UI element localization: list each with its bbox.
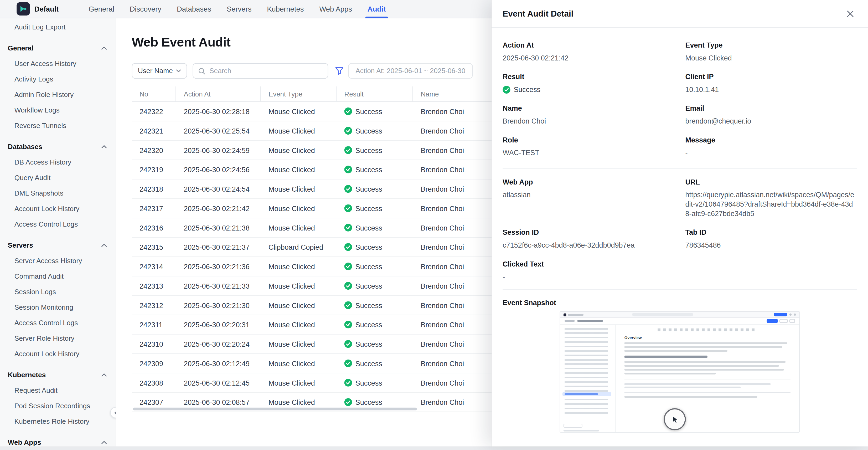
table-row[interactable]: 242317 2025-06-30 02:21:42 Mouse Clicked…: [132, 199, 519, 218]
table-row[interactable]: 242314 2025-06-30 02:21:36 Mouse Clicked…: [132, 257, 519, 276]
page-bottom-strip: [0, 446, 868, 450]
cell-event-type: Mouse Clicked: [260, 335, 337, 354]
sidebar-entry[interactable]: Databases: [0, 139, 116, 155]
chevron-down-icon: [176, 69, 181, 72]
sidebar-entry[interactable]: Kubernetes Role History: [0, 414, 116, 429]
querypie-logo-icon[interactable]: [17, 2, 30, 16]
table-column-header[interactable]: Result: [337, 87, 413, 102]
sidebar-entry[interactable]: User Access History: [0, 56, 116, 71]
cell-event-type: Mouse Clicked: [260, 354, 337, 373]
horizontal-scrollbar-thumb[interactable]: [133, 408, 417, 411]
cell-no: 242320: [132, 141, 176, 159]
nav-item-general[interactable]: General: [81, 0, 122, 18]
snapshot-search-bar: [632, 313, 693, 317]
sidebar-entry[interactable]: Request Audit: [0, 383, 116, 398]
sidebar-entry[interactable]: Command Audit: [0, 269, 116, 284]
success-icon: [344, 282, 352, 290]
sidebar-entry[interactable]: Session Logs: [0, 284, 116, 300]
table-row[interactable]: 242320 2025-06-30 02:24:59 Mouse Clicked…: [132, 141, 519, 160]
sidebar-entry[interactable]: Servers: [0, 238, 116, 253]
success-icon: [344, 321, 352, 328]
sidebar-entry[interactable]: DML Snapshots: [0, 186, 116, 201]
cell-event-type: Mouse Clicked: [260, 276, 337, 295]
cell-event-type: Mouse Clicked: [260, 102, 337, 121]
cell-action-at: 2025-06-30 02:24:56: [176, 160, 260, 179]
table-row[interactable]: 242315 2025-06-30 02:21:37 Clipboard Cop…: [132, 238, 519, 257]
table-row[interactable]: 242312 2025-06-30 02:21:30 Mouse Clicked…: [132, 296, 519, 315]
cell-event-type: Mouse Clicked: [260, 141, 337, 159]
event-snapshot-label: Event Snapshot: [502, 299, 857, 307]
table-column-header[interactable]: Event Type: [260, 87, 337, 102]
cell-no: 242311: [132, 315, 176, 334]
cell-result: Success: [337, 121, 413, 140]
search-input[interactable]: [209, 67, 323, 74]
sidebar-entry[interactable]: Server Role History: [0, 331, 116, 346]
cell-result: Success: [337, 315, 413, 334]
sidebar-entry[interactable]: Query Audit: [0, 170, 116, 186]
nav-item-audit[interactable]: Audit: [360, 0, 394, 18]
table-row[interactable]: 242311 2025-06-30 02:20:31 Mouse Clicked…: [132, 315, 519, 335]
table-row[interactable]: 242318 2025-06-30 02:24:54 Mouse Clicked…: [132, 180, 519, 199]
sidebar-entry[interactable]: Web Apps: [0, 435, 116, 446]
cell-action-at: 2025-06-30 02:21:42: [176, 199, 260, 218]
success-icon: [344, 108, 352, 115]
sidebar-entry[interactable]: Access Control Logs: [0, 217, 116, 232]
sidebar-entry[interactable]: Account Lock History: [0, 346, 116, 362]
success-icon: [344, 185, 352, 193]
sidebar-entry[interactable]: Admin Role History: [0, 87, 116, 102]
sidebar-entry[interactable]: DB Access History: [0, 155, 116, 170]
chevron-up-icon: [101, 441, 107, 444]
search-box: [193, 63, 329, 79]
table-row[interactable]: 242319 2025-06-30 02:24:56 Mouse Clicked…: [132, 160, 519, 180]
cell-event-type: Mouse Clicked: [260, 257, 337, 276]
sidebar-entry[interactable]: Reverse Tunnels: [0, 118, 116, 133]
table-row[interactable]: 242316 2025-06-30 02:21:38 Mouse Clicked…: [132, 218, 519, 238]
workspace-name[interactable]: Default: [34, 5, 59, 13]
cell-result: Success: [337, 180, 413, 199]
cell-no: 242321: [132, 121, 176, 140]
sidebar-entry[interactable]: Account Lock History: [0, 201, 116, 217]
action-at-date-filter[interactable]: Action At: 2025-06-01 ~ 2025-06-30: [348, 63, 473, 79]
success-icon: [344, 166, 352, 173]
event-snapshot-image[interactable]: Overview: [560, 311, 800, 432]
table-column-header[interactable]: Action At: [176, 87, 260, 102]
table-row[interactable]: 242308 2025-06-30 02:12:45 Mouse Clicked…: [132, 373, 519, 393]
success-icon: [344, 398, 352, 406]
cell-no: 242319: [132, 160, 176, 179]
user-name-filter-dropdown[interactable]: User Name: [132, 63, 187, 79]
field-action-at: Action At 2025-06-30 02:21:42: [502, 41, 685, 63]
sidebar-entry[interactable]: Pod Session Recordings: [0, 398, 116, 414]
nav-item-kubernetes[interactable]: Kubernetes: [259, 0, 312, 18]
table-row[interactable]: 242309 2025-06-30 02:12:49 Mouse Clicked…: [132, 354, 519, 373]
table-row[interactable]: 242322 2025-06-30 02:28:18 Mouse Clicked…: [132, 102, 519, 121]
cell-no: 242312: [132, 296, 176, 314]
sidebar-entry[interactable]: Audit Log Export: [0, 20, 116, 35]
cell-action-at: 2025-06-30 02:25:54: [176, 121, 260, 140]
success-icon: [344, 263, 352, 270]
filter-funnel-icon[interactable]: [335, 66, 344, 76]
table-row[interactable]: 242321 2025-06-30 02:25:54 Mouse Clicked…: [132, 121, 519, 141]
nav-item-databases[interactable]: Databases: [169, 0, 219, 18]
table-row[interactable]: 242310 2025-06-30 02:20:24 Mouse Clicked…: [132, 335, 519, 354]
cell-event-type: Mouse Clicked: [260, 180, 337, 199]
nav-item-servers[interactable]: Servers: [219, 0, 259, 18]
sidebar-entry[interactable]: General: [0, 40, 116, 56]
cell-no: 242314: [132, 257, 176, 276]
close-icon[interactable]: [843, 7, 857, 20]
cell-result: Success: [337, 373, 413, 392]
cell-action-at: 2025-06-30 02:21:30: [176, 296, 260, 314]
field-session-id: Session ID c7152f6c-a9cc-4bd8-a06e-32ddb…: [502, 228, 685, 250]
table-row[interactable]: 242313 2025-06-30 02:21:33 Mouse Clicked…: [132, 276, 519, 296]
sidebar-entry[interactable]: Kubernetes: [0, 367, 116, 383]
sidebar-entry[interactable]: Activity Logs: [0, 71, 116, 87]
table-column-header[interactable]: No: [132, 87, 176, 102]
sidebar-entry[interactable]: Access Control Logs: [0, 315, 116, 331]
nav-item-web-apps[interactable]: Web Apps: [312, 0, 360, 18]
sidebar-entry[interactable]: Session Monitoring: [0, 300, 116, 315]
cell-result: Success: [337, 102, 413, 121]
field-client-ip: Client IP 10.10.1.41: [685, 72, 857, 94]
cell-result: Success: [337, 257, 413, 276]
sidebar-entry[interactable]: Server Access History: [0, 253, 116, 269]
nav-item-discovery[interactable]: Discovery: [122, 0, 169, 18]
sidebar-entry[interactable]: Workflow Logs: [0, 102, 116, 118]
